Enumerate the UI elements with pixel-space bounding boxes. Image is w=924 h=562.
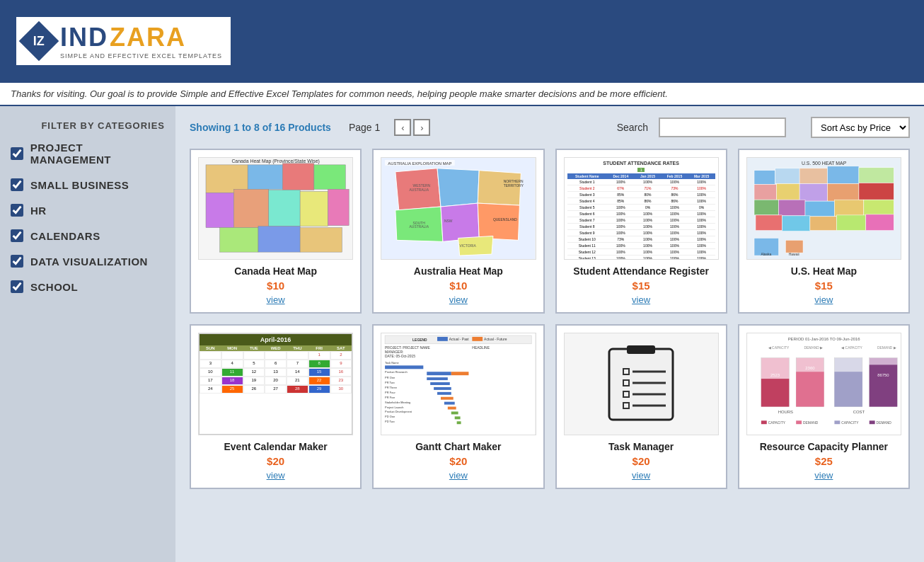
svg-text:COST: COST bbox=[853, 410, 865, 414]
svg-text:86750: 86750 bbox=[877, 373, 889, 377]
product-name-resource-capacity: Resource Capacity Planner bbox=[760, 441, 888, 452]
svg-rect-78 bbox=[430, 382, 450, 385]
product-price-gantt-chart: $20 bbox=[449, 455, 467, 467]
svg-rect-9 bbox=[328, 189, 350, 225]
product-price-task-manager: $20 bbox=[633, 455, 650, 467]
product-view-australia-heat-map[interactable]: view bbox=[449, 294, 468, 305]
product-view-gantt-chart[interactable]: view bbox=[449, 470, 468, 481]
svg-rect-53 bbox=[836, 215, 865, 231]
product-view-task-manager[interactable]: view bbox=[632, 470, 650, 481]
product-image-australia-heat-map: AUSTRALIA EXPLORATION MAP NORTHERN TERRI… bbox=[381, 157, 536, 260]
sort-select[interactable]: Sort Asc by Price bbox=[811, 117, 910, 138]
svg-text:DEMAND: DEMAND bbox=[803, 421, 819, 425]
svg-rect-35 bbox=[754, 171, 775, 185]
page-navigation: ‹ › bbox=[394, 119, 430, 136]
svg-text:Task Name: Task Name bbox=[385, 361, 400, 365]
checkbox-calendars[interactable] bbox=[11, 229, 23, 242]
svg-text:AUSTRALIA: AUSTRALIA bbox=[410, 188, 429, 192]
checkbox-hr[interactable] bbox=[11, 204, 23, 217]
prev-page-button[interactable]: ‹ bbox=[394, 119, 411, 136]
product-image-task-manager bbox=[564, 333, 719, 435]
showing-text: Showing 1 to 8 of 16 Products bbox=[190, 122, 331, 133]
svg-rect-52 bbox=[810, 217, 836, 231]
main-layout: FILTER BY CATEGORIES PROJECT MANAGEMENTS… bbox=[0, 106, 924, 562]
svg-text:2523: 2523 bbox=[770, 373, 780, 377]
checkbox-small-business[interactable] bbox=[11, 178, 23, 191]
sidebar-categories: PROJECT MANAGEMENTSMALL BUSINESSHRCALEND… bbox=[11, 142, 165, 293]
svg-text:Actual - Future: Actual - Future bbox=[484, 338, 507, 341]
banner: Thanks for visiting. Our goal is to prov… bbox=[0, 81, 924, 106]
svg-text:CAPACITY: CAPACITY bbox=[841, 421, 859, 425]
sidebar-label-project-management: PROJECT MANAGEMENT bbox=[30, 142, 165, 166]
product-card-event-calendar: April-2016 SUNMONTUEWEDTHUFRISAT12345678… bbox=[190, 324, 362, 489]
product-image-gantt-chart: LEGEND Actual - Past Actual - Future PRO… bbox=[381, 333, 536, 435]
sidebar-item-data-visualization[interactable]: DATA VISUALIZATION bbox=[11, 255, 165, 268]
svg-rect-49 bbox=[864, 200, 894, 216]
product-view-us-heat-map[interactable]: view bbox=[814, 294, 833, 305]
product-view-event-calendar[interactable]: view bbox=[267, 470, 285, 481]
svg-rect-40 bbox=[754, 184, 777, 200]
svg-rect-94 bbox=[457, 421, 461, 424]
product-name-event-calendar: Event Calendar Maker bbox=[224, 441, 327, 452]
svg-rect-80 bbox=[434, 387, 451, 390]
svg-text:PR Four: PR Four bbox=[385, 391, 395, 394]
sidebar-item-small-business[interactable]: SMALL BUSINESS bbox=[11, 178, 165, 191]
product-name-australia-heat-map: Australia Heat Map bbox=[414, 265, 503, 277]
toolbar: Showing 1 to 8 of 16 Products Page 1 ‹ ›… bbox=[190, 117, 910, 138]
svg-text:PD Two: PD Two bbox=[385, 420, 395, 423]
svg-text:LEGEND: LEGEND bbox=[412, 338, 427, 342]
svg-text:TERRITORY: TERRITORY bbox=[504, 184, 524, 188]
sidebar-label-small-business: SMALL BUSINESS bbox=[30, 179, 129, 191]
sidebar-item-school[interactable]: SCHOOL bbox=[11, 280, 165, 293]
svg-text:DEMAND ▶: DEMAND ▶ bbox=[877, 346, 896, 350]
product-card-resource-capacity: PERIOD 01-Jan-2016 TO 09-Jun-2016 ◀ CAPA… bbox=[738, 324, 910, 489]
sidebar-label-calendars: CALENDARS bbox=[30, 230, 100, 242]
product-price-australia-heat-map: $10 bbox=[449, 280, 467, 292]
svg-rect-42 bbox=[799, 183, 827, 201]
svg-text:Hawaii: Hawaii bbox=[789, 253, 799, 256]
svg-text:PR Three: PR Three bbox=[385, 386, 398, 389]
svg-rect-74 bbox=[451, 372, 469, 375]
product-view-student-attendance[interactable]: view bbox=[632, 294, 650, 305]
svg-rect-48 bbox=[834, 200, 863, 217]
svg-rect-6 bbox=[233, 189, 268, 227]
product-price-student-attendance: $15 bbox=[633, 280, 650, 292]
svg-rect-90 bbox=[451, 411, 458, 414]
svg-rect-10 bbox=[220, 228, 258, 253]
svg-text:PERIOD  01-Jan-2016  TO  09-Ju: PERIOD 01-Jan-2016 TO 09-Jun-2016 bbox=[787, 337, 860, 341]
svg-rect-51 bbox=[782, 216, 809, 231]
svg-rect-128 bbox=[834, 420, 840, 424]
search-input[interactable] bbox=[659, 117, 786, 137]
svg-text:PROJECT: PROJECT NAME: PROJECT: PROJECT NAME bbox=[385, 346, 430, 350]
checkbox-project-management[interactable] bbox=[11, 147, 23, 160]
product-view-canada-heat-map[interactable]: view bbox=[267, 294, 285, 305]
svg-text:DEMAND ▶: DEMAND ▶ bbox=[804, 346, 823, 350]
product-card-student-attendance: STUDENT ATTENDANCE RATES 1 Student NameD… bbox=[555, 149, 727, 314]
product-view-resource-capacity[interactable]: view bbox=[814, 470, 833, 481]
checkbox-school[interactable] bbox=[11, 280, 23, 293]
logo-initials: IZ bbox=[33, 33, 45, 48]
svg-text:PR One: PR One bbox=[385, 376, 395, 379]
product-grid: Canada Heat Map (Province/State Wise) Ca… bbox=[190, 149, 910, 489]
product-image-canada-heat-map: Canada Heat Map (Province/State Wise) bbox=[198, 157, 353, 260]
product-name-task-manager: Task Manager bbox=[608, 441, 674, 452]
sidebar: FILTER BY CATEGORIES PROJECT MANAGEMENTS… bbox=[0, 106, 175, 562]
svg-text:HOURS: HOURS bbox=[778, 410, 792, 414]
svg-rect-84 bbox=[441, 397, 454, 400]
svg-rect-130 bbox=[869, 420, 874, 424]
logo-ind: IND bbox=[60, 23, 108, 52]
svg-rect-124 bbox=[761, 420, 767, 424]
content: Showing 1 to 8 of 16 Products Page 1 ‹ ›… bbox=[175, 106, 924, 562]
checkbox-data-visualization[interactable] bbox=[11, 255, 23, 268]
product-card-us-heat-map: U.S. 500 HEAT MAP Alaska Hawaii U.S. Hea… bbox=[738, 149, 910, 314]
sidebar-item-calendars[interactable]: CALENDARS bbox=[11, 229, 165, 242]
next-page-button[interactable]: › bbox=[413, 119, 430, 136]
svg-text:Product Research: Product Research bbox=[385, 370, 408, 374]
svg-rect-44 bbox=[859, 183, 894, 200]
svg-rect-4 bbox=[314, 165, 345, 190]
product-card-canada-heat-map: Canada Heat Map (Province/State Wise) Ca… bbox=[190, 149, 362, 314]
sidebar-item-hr[interactable]: HR bbox=[11, 204, 165, 217]
sidebar-item-project-management[interactable]: PROJECT MANAGEMENT bbox=[11, 142, 165, 166]
svg-rect-36 bbox=[775, 168, 799, 184]
svg-text:AUSTRALIA: AUSTRALIA bbox=[410, 225, 429, 229]
